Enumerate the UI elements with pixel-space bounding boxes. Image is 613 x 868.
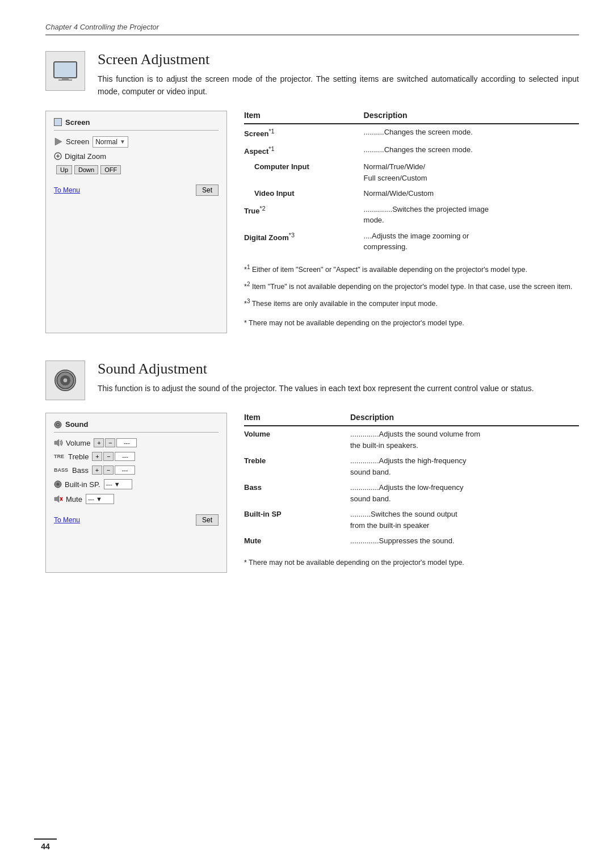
volume-control: + − ---: [94, 438, 137, 447]
table-row: Mute ..............Suppresses the sound.: [244, 533, 579, 549]
sound-panel-footer: To Menu Set: [54, 514, 219, 526]
computer-input-key: Computer Input: [244, 159, 364, 186]
digital-zoom-down-button[interactable]: Down: [74, 165, 98, 174]
screen-note-3: *3 These items are only available in the…: [244, 297, 579, 309]
table-row: Video Input Normal/Wide/Custom: [244, 186, 579, 202]
builtin-sp-label-group: Built-in SP.: [54, 480, 100, 489]
screen-select[interactable]: Normal ▼: [93, 136, 128, 148]
screen-section-header: Screen Adjustment This function is to ad…: [45, 51, 579, 98]
sound-section-desc: This function is to adjust the sound of …: [98, 382, 579, 395]
aspect-row-key: Aspect*1: [244, 142, 364, 160]
builtin-sp-key: Built-in SP: [244, 506, 350, 533]
sound-section-title: Sound Adjustment: [98, 360, 579, 378]
mute-select[interactable]: --- ▼: [86, 494, 114, 504]
screen-select-arrow: ▼: [120, 139, 125, 145]
sound-note-1: * There may not be available depending o…: [244, 557, 579, 568]
sound-col-item: Item: [244, 413, 350, 426]
volume-plus-button[interactable]: +: [94, 438, 104, 447]
chapter-header: Chapter 4 Controlling the Projector: [45, 23, 579, 35]
screen-desc-table: Item Description Screen*1 ..........Chan…: [244, 111, 579, 334]
sound-panel-title-text: Sound: [65, 420, 88, 429]
sound-panel-icon: [54, 421, 62, 429]
svg-rect-1: [62, 78, 69, 79]
sound-ui-panel: Sound Volume + − ---: [45, 413, 227, 573]
aspect-row-val: ..........Changes the screen mode.: [364, 142, 579, 160]
svg-rect-2: [58, 79, 72, 81]
table-row: Built-in SP ..........Switches the sound…: [244, 506, 579, 533]
screen-panel-footer: To Menu Set: [54, 184, 219, 196]
screen-row-icon: [54, 138, 63, 145]
builtin-sp-value: ---: [106, 481, 112, 488]
bass-prefix: BASS: [54, 467, 68, 473]
treble-minus-button[interactable]: −: [103, 452, 114, 461]
svg-marker-3: [55, 138, 62, 145]
svg-point-12: [57, 424, 58, 425]
mute-value: ---: [88, 496, 94, 502]
bass-plus-button[interactable]: +: [92, 466, 102, 475]
chapter-header-text: Chapter 4 Controlling the Projector: [45, 23, 159, 31]
screen-section-content: Screen Screen Normal ▼: [45, 111, 579, 334]
screen-note-1: *1 Either of item "Screen" or "Aspect" i…: [244, 263, 579, 275]
treble-val: ..............Adjusts the high-frequency…: [350, 453, 579, 480]
builtin-sp-select[interactable]: --- ▼: [104, 479, 132, 489]
sound-panel-title: Sound: [54, 420, 219, 433]
treble-plus-button[interactable]: +: [92, 452, 102, 461]
volume-label-group: Volume: [54, 439, 90, 447]
volume-minus-button[interactable]: −: [105, 438, 115, 447]
bass-display: ---: [115, 466, 135, 475]
volume-key: Volume: [244, 426, 350, 453]
screen-adjustment-section: Screen Adjustment This function is to ad…: [45, 51, 579, 333]
screen-set-button[interactable]: Set: [196, 184, 219, 196]
screen-to-menu-link[interactable]: To Menu: [54, 186, 80, 194]
volume-val: ..............Adjusts the sound volume f…: [350, 426, 579, 453]
digital-zoom-up-button[interactable]: Up: [56, 165, 72, 174]
mute-val: ..............Suppresses the sound.: [350, 533, 579, 549]
screen-desc-notes: *1 Either of item "Screen" or "Aspect" i…: [244, 263, 579, 329]
screen-row-label: Screen: [66, 137, 89, 146]
true-key: True*2: [244, 202, 364, 228]
treble-display: ---: [115, 452, 135, 461]
treble-label-group: TRE Treble: [54, 452, 89, 461]
table-row: Digital Zoom*3 ....Adjusts the image zoo…: [244, 228, 579, 255]
sound-col-desc: Description: [350, 413, 579, 426]
svg-marker-16: [54, 496, 59, 502]
bass-label: Bass: [72, 466, 89, 475]
bass-label-group: BASS Bass: [54, 466, 89, 475]
volume-icon: [54, 439, 63, 447]
video-input-val: Normal/Wide/Custom: [364, 186, 579, 202]
sound-adjustment-section: Sound Adjustment This function is to adj…: [45, 360, 579, 573]
digital-zoom-row: Digital Zoom: [54, 152, 219, 161]
screen-svg-icon: [53, 58, 78, 83]
page: Chapter 4 Controlling the Projector Scre…: [0, 0, 613, 868]
bass-row: BASS Bass + − ---: [54, 466, 219, 475]
mute-label: Mute: [66, 495, 82, 504]
digital-zoom-buttons: Up Down OFF: [56, 165, 219, 174]
video-input-key: Video Input: [244, 186, 364, 202]
builtin-sp-icon: [54, 480, 62, 488]
digital-zoom-label-group: Digital Zoom: [54, 152, 106, 161]
sound-set-button[interactable]: Set: [196, 514, 219, 526]
sound-title-block: Sound Adjustment This function is to adj…: [98, 360, 579, 395]
sound-icon-inner: [54, 370, 76, 391]
screen-row: Screen Normal ▼: [54, 136, 219, 148]
page-number: 44: [34, 838, 57, 851]
bass-control: + − ---: [92, 466, 135, 475]
screen-note-4: * There may not be available depending o…: [244, 317, 579, 329]
screen-note-2: *2 Item "True" is not available dependin…: [244, 280, 579, 292]
sound-icon: [45, 360, 85, 400]
bass-minus-button[interactable]: −: [103, 466, 114, 475]
builtin-sp-label: Built-in SP.: [65, 480, 100, 489]
sound-section-content: Sound Volume + − ---: [45, 413, 579, 573]
table-row: Volume ..............Adjusts the sound v…: [244, 426, 579, 453]
volume-row: Volume + − ---: [54, 438, 219, 447]
volume-label: Volume: [66, 439, 90, 447]
sound-to-menu-link[interactable]: To Menu: [54, 516, 80, 524]
sound-section-header: Sound Adjustment This function is to adj…: [45, 360, 579, 400]
table-row: Treble ..............Adjusts the high-fr…: [244, 453, 579, 480]
treble-prefix: TRE: [54, 454, 64, 459]
volume-display: ---: [116, 438, 137, 447]
digital-zoom-label: Digital Zoom: [65, 152, 106, 161]
true-val: ..............Switches the projected ima…: [364, 202, 579, 228]
digital-zoom-off-button[interactable]: OFF: [100, 165, 121, 174]
screen-col-item: Item: [244, 111, 364, 124]
